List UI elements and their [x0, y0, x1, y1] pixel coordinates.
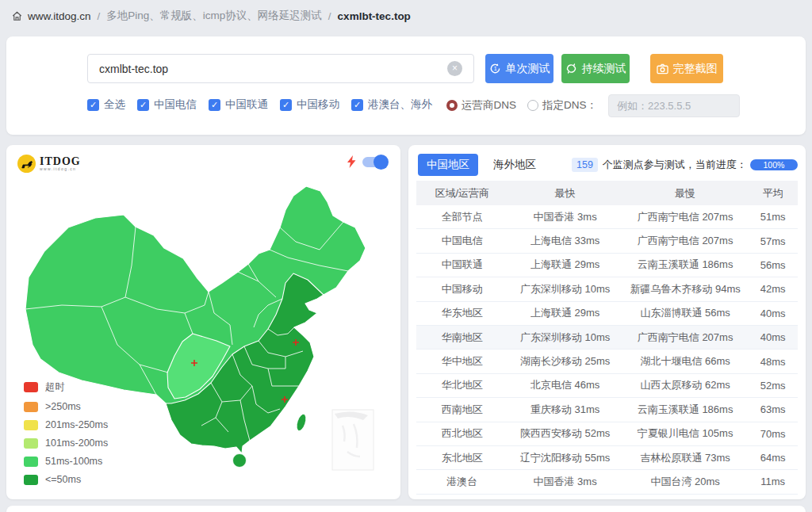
table-cell: 重庆移动 31ms: [508, 403, 622, 417]
single-test-label: 单次测试: [506, 62, 550, 76]
table-row[interactable]: 中国联通上海联通 29ms云南玉溪联通 186ms56ms: [416, 254, 798, 277]
checkbox-label: 港澳台、海外: [368, 97, 432, 112]
checkbox-checked-icon[interactable]: ✓: [87, 99, 99, 111]
table-cell: 陕西西安移动 52ms: [508, 426, 622, 441]
checkbox-label: 中国电信: [154, 97, 197, 112]
logo-title: ITDOG: [40, 157, 81, 166]
tab-region-1[interactable]: 海外地区: [485, 154, 545, 176]
table-cell: 全部节点: [416, 210, 508, 224]
dns-custom-radio[interactable]: 指定DNS：: [527, 98, 597, 113]
table-row[interactable]: 港澳台中国香港 3ms中国台湾 20ms11ms: [416, 470, 798, 494]
dns-server-input[interactable]: [608, 94, 740, 117]
table-row[interactable]: 中国电信上海电信 33ms广西南宁电信 207ms57ms: [416, 229, 798, 253]
table-row[interactable]: 西南地区重庆移动 31ms云南玉溪联通 186ms63ms: [416, 398, 798, 422]
clear-input-icon[interactable]: ×: [447, 61, 462, 76]
legend-swatch: [24, 420, 38, 430]
table-row[interactable]: 中国移动广东深圳移动 10ms新疆乌鲁木齐移动 94ms42ms: [416, 277, 798, 301]
dns-carrier-radio[interactable]: 运营商DNS: [446, 98, 516, 113]
checkbox-option-4[interactable]: ✓港澳台、海外: [351, 97, 432, 112]
table-cell: 57ms: [748, 235, 798, 247]
table-cell: 中国电信: [416, 234, 508, 248]
legend-label: 超时: [45, 380, 65, 394]
checkbox-checked-icon[interactable]: ✓: [280, 99, 292, 111]
legend-item: 201ms-250ms: [24, 419, 108, 430]
table-cell: 华南地区: [416, 331, 508, 345]
domain-input[interactable]: [87, 54, 474, 83]
checkbox-checked-icon[interactable]: ✓: [137, 99, 149, 111]
results-panel: 中国地区海外地区 159 个监测点参与测试，当前进度： 100% 区域/运营商最…: [408, 145, 806, 499]
table-cell: 中国香港 3ms: [508, 210, 622, 224]
table-cell: 40ms: [748, 331, 798, 343]
table-cell: 64ms: [748, 452, 798, 464]
table-cell: 北京电信 46ms: [508, 378, 622, 392]
toolbar-card: × 1 单次测试 持续测试 完整截图 ✓全选✓中国电信✓中国联通✓中国移动✓港澳…: [6, 36, 806, 135]
footer-strip: [6, 506, 806, 512]
results-header: 中国地区海外地区 159 个监测点参与测试，当前进度： 100%: [418, 154, 798, 175]
table-row[interactable]: 华南地区广东深圳移动 10ms广西南宁电信 207ms40ms: [416, 326, 798, 350]
logo-subtitle: www.itdog.cn: [40, 166, 81, 171]
table-cell: 中国台湾 20ms: [622, 475, 749, 489]
home-icon[interactable]: [11, 10, 23, 22]
table-row[interactable]: 华北地区北京电信 46ms山西太原移动 62ms52ms: [416, 374, 798, 398]
breadcrumb-path[interactable]: 多地Ping、常规版、icmp协议、网络延迟测试: [106, 9, 322, 23]
checkbox-option-0[interactable]: ✓全选: [87, 97, 125, 112]
table-header-cell: 区域/运营商: [416, 186, 508, 201]
table-cell: 51ms: [748, 211, 798, 223]
breadcrumb-site[interactable]: www.itdog.cn: [28, 10, 91, 22]
table-cell: 48ms: [748, 356, 798, 368]
table-cell: 70ms: [748, 428, 798, 440]
lightning-icon: [347, 155, 356, 168]
table-row[interactable]: 全部节点中国香港 3ms广西南宁电信 207ms51ms: [416, 205, 798, 229]
legend-swatch: [24, 382, 38, 392]
monitor-count-badge: 159: [572, 158, 598, 172]
continuous-test-button[interactable]: 持续测试: [561, 54, 630, 83]
table-cell: 上海联通 29ms: [508, 306, 622, 320]
tab-region-0[interactable]: 中国地区: [418, 154, 478, 176]
table-cell: 广西南宁电信 207ms: [622, 234, 749, 248]
sea-inset: [332, 410, 373, 470]
toggle-switch[interactable]: [362, 157, 388, 167]
table-cell: 广西南宁电信 207ms: [622, 210, 749, 224]
table-cell: 广东深圳移动 10ms: [508, 282, 622, 296]
breadcrumb-separator: /: [328, 10, 331, 22]
table-cell: 东北地区: [416, 451, 508, 465]
table-cell: 63ms: [748, 403, 798, 415]
single-test-button[interactable]: 1 单次测试: [485, 54, 553, 83]
table-row[interactable]: 华中地区湖南长沙移动 25ms湖北十堰电信 66ms48ms: [416, 350, 798, 373]
table-row[interactable]: 西北地区陕西西安移动 52ms宁夏银川电信 105ms70ms: [416, 422, 798, 446]
table-header-cell: 平均: [748, 186, 798, 201]
table-cell: 中国移动: [416, 282, 508, 296]
table-row[interactable]: 东北地区辽宁沈阳移动 55ms吉林松原联通 73ms64ms: [416, 446, 798, 470]
table-cell: 港澳台: [416, 475, 508, 489]
checkbox-group: ✓全选✓中国电信✓中国联通✓中国移动✓港澳台、海外: [87, 95, 432, 114]
table-cell: 辽宁沈阳移动 55ms: [508, 451, 622, 465]
table-cell: 西南地区: [416, 403, 508, 417]
checkbox-option-1[interactable]: ✓中国电信: [137, 97, 197, 112]
breadcrumb-separator: /: [98, 10, 101, 22]
table-cell: 40ms: [748, 308, 798, 319]
loop-icon: [565, 63, 577, 75]
legend-swatch: [24, 402, 38, 412]
svg-text:1: 1: [493, 66, 496, 71]
legend-item: 超时: [24, 380, 108, 394]
checkbox-checked-icon[interactable]: ✓: [351, 99, 363, 111]
fast-mode-toggle[interactable]: [347, 155, 388, 168]
checkbox-label: 中国联通: [225, 97, 268, 112]
checkbox-checked-icon[interactable]: ✓: [209, 99, 220, 111]
checkbox-option-2[interactable]: ✓中国联通: [209, 97, 268, 112]
map-panel: ITDOG www.itdog.cn: [6, 145, 400, 499]
table-cell: 湖北十堰电信 66ms: [622, 354, 749, 369]
legend-swatch: [24, 438, 38, 449]
checkbox-option-3[interactable]: ✓中国移动: [280, 97, 339, 112]
radio-unselected-icon[interactable]: [527, 100, 538, 111]
continuous-test-label: 持续测试: [582, 62, 626, 76]
table-cell: 云南玉溪联通 186ms: [622, 403, 749, 417]
radio-selected-icon[interactable]: [446, 100, 458, 111]
table-cell: 中国香港 3ms: [508, 475, 622, 489]
latency-legend: 超时>250ms201ms-250ms101ms-200ms51ms-100ms…: [24, 380, 108, 485]
itdog-logo: ITDOG www.itdog.cn: [17, 155, 81, 173]
breadcrumb-target: cxmlbt-tec.top: [338, 10, 411, 22]
table-row[interactable]: 华东地区上海联通 29ms山东淄博联通 56ms40ms: [416, 302, 798, 326]
full-screenshot-button[interactable]: 完整截图: [650, 54, 723, 83]
table-cell: 山西太原移动 62ms: [622, 378, 749, 392]
